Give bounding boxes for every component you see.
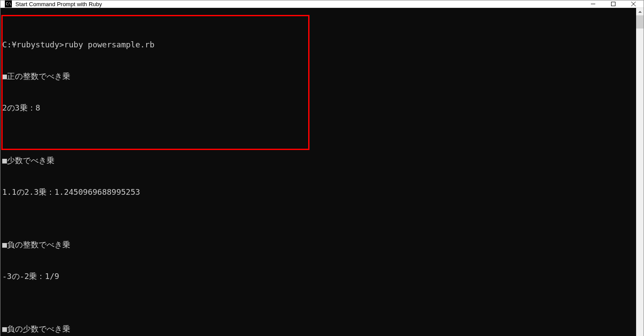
- terminal-line: ■負の少数でべき乗: [0, 324, 636, 334]
- application-window: C:\ Start Command Prompt with Ruby C:¥ru…: [0, 0, 644, 336]
- minimize-icon: [591, 2, 595, 6]
- app-icon-text: C:\: [6, 2, 11, 6]
- vertical-scrollbar[interactable]: [636, 8, 644, 336]
- svg-rect-1: [612, 2, 615, 6]
- terminal-line: 1.1の2.3乗：1.2450969688995253: [0, 187, 636, 197]
- scroll-track[interactable]: [636, 15, 644, 336]
- terminal-line: ■少数でべき乗: [0, 155, 636, 166]
- terminal-line: C:¥rubystudy>ruby powersample.rb: [0, 39, 636, 50]
- terminal-line: ■負の整数でべき乗: [0, 239, 636, 250]
- scroll-up-arrow[interactable]: [636, 8, 644, 15]
- titlebar[interactable]: C:\ Start Command Prompt with Ruby: [0, 0, 644, 8]
- maximize-icon: [611, 2, 615, 6]
- maximize-button[interactable]: [603, 0, 623, 7]
- terminal-line: ■正の整数でべき乗: [0, 71, 636, 82]
- highlight-annotation: [1, 15, 309, 150]
- window-controls: [583, 0, 644, 7]
- terminal-content[interactable]: C:¥rubystudy>ruby powersample.rb ■正の整数でべ…: [0, 8, 636, 336]
- terminal-line: 2の3乗：8: [0, 103, 636, 113]
- terminal-area: C:¥rubystudy>ruby powersample.rb ■正の整数でべ…: [0, 8, 644, 336]
- close-button[interactable]: [623, 0, 644, 7]
- chevron-up-icon: [638, 11, 642, 13]
- terminal-line: -3の-2乗：1/9: [0, 271, 636, 282]
- close-icon: [631, 2, 636, 6]
- app-icon: C:\: [5, 0, 12, 7]
- minimize-button[interactable]: [583, 0, 603, 7]
- scroll-thumb[interactable]: [636, 15, 644, 29]
- window-title: Start Command Prompt with Ruby: [15, 1, 583, 7]
